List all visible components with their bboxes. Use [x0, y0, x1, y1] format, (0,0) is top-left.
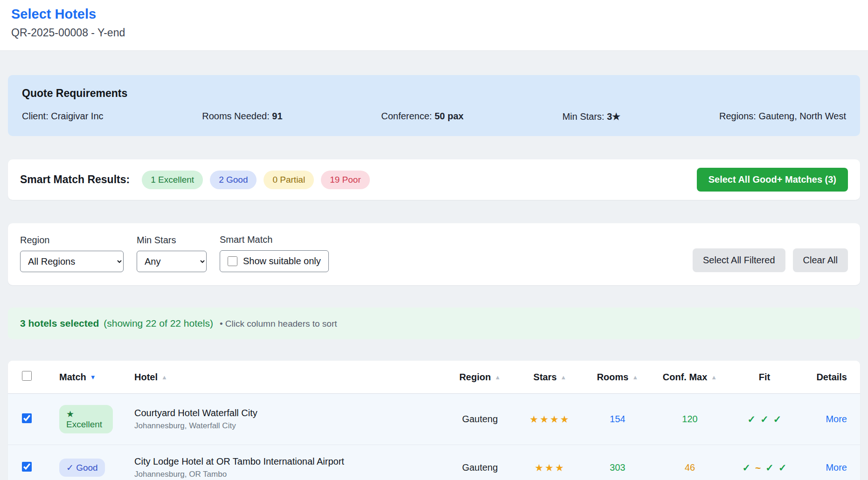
sort-descending-icon: ▼ [90, 374, 96, 381]
sort-ascending-icon: ▲ [161, 374, 167, 381]
column-header-region[interactable]: Region▲ [445, 361, 515, 394]
column-header-rooms[interactable]: Rooms▲ [585, 361, 650, 394]
select-all-good-matches-button[interactable]: Select All Good+ Matches (3) [697, 168, 848, 192]
select-all-filtered-button[interactable]: Select All Filtered [693, 248, 785, 272]
stars-cell: ★★★★ [515, 394, 585, 445]
hotel-name: City Lodge Hotel at OR Tambo Internation… [134, 456, 440, 467]
hotel-cell: City Lodge Hotel at OR Tambo Internation… [118, 445, 445, 480]
select-all-checkbox[interactable] [22, 371, 32, 381]
show-suitable-only-control[interactable]: Show suitable only [220, 250, 329, 272]
column-header-label: Region [459, 372, 491, 382]
row-select-cell [8, 394, 45, 445]
partial-count-badge: 0 Partial [264, 171, 314, 189]
quote-field-value: 3★ [607, 111, 620, 122]
region-cell: Gauteng [445, 394, 515, 445]
hotel-cell: Courtyard Hotel Waterfall City Johannesb… [118, 394, 445, 445]
details-cell: More [799, 394, 860, 445]
column-header-label: Hotel [134, 372, 158, 382]
column-header-label: Fit [759, 372, 770, 382]
hotel-name: Courtyard Hotel Waterfall City [134, 408, 440, 418]
sort-ascending-icon: ▲ [711, 374, 717, 381]
quote-field-min-stars: Min Stars: 3★ [562, 111, 621, 122]
fit-check-icon: ✓ [773, 414, 782, 425]
quote-requirements-panel: Quote Requirements Client: Craigivar Inc… [8, 75, 860, 136]
column-header-match[interactable]: Match▼ [45, 361, 118, 394]
hotel-row: ★ Excellent Courtyard Hotel Waterfall Ci… [8, 394, 860, 445]
hotels-table-panel: Match▼ Hotel▲ Region▲ Stars▲ Rooms▲ [8, 361, 860, 480]
more-details-link[interactable]: More [826, 462, 847, 473]
column-header-details: Details [799, 361, 860, 394]
fit-check-icon: ✓ [748, 414, 756, 425]
quote-field-value: 91 [272, 111, 282, 121]
region-filter-label: Region [20, 235, 124, 246]
column-header-label: Conf. Max [663, 372, 708, 382]
fit-check-icon: ✓ [765, 462, 774, 473]
quote-field-regions: Regions: Gauteng, North West [719, 111, 846, 122]
conf-max-cell: 120 [650, 394, 729, 445]
details-cell: More [799, 445, 860, 480]
hotel-location: Johannesburg, Waterfall City [134, 421, 440, 431]
filters-panel: Region All Regions Min Stars Any Smart M… [8, 223, 860, 285]
quote-field-value: Gauteng, North West [758, 111, 846, 121]
fit-partial-icon: ~ [755, 462, 761, 473]
min-stars-select[interactable]: Any [137, 251, 207, 272]
show-suitable-only-checkbox[interactable] [228, 256, 237, 266]
showing-count-text: (showing 22 of 22 hotels) [104, 318, 213, 329]
selection-banner: 3 hotels selected (showing 22 of 22 hote… [8, 308, 860, 339]
column-header-stars[interactable]: Stars▲ [515, 361, 585, 394]
quote-requirements-title: Quote Requirements [22, 87, 846, 100]
quote-reference: QR-2025-00008 - Y-end [11, 27, 857, 39]
match-badge-excellent: ★ Excellent [59, 405, 113, 433]
fit-check-icon: ✓ [778, 462, 787, 473]
quote-field-label: Min Stars: [562, 111, 604, 122]
column-header-fit[interactable]: Fit [729, 361, 799, 394]
page-header: Select Hotels QR-2025-00008 - Y-end [0, 0, 868, 51]
min-stars-filter-group: Min Stars Any [137, 235, 207, 272]
match-cell: ✓ Good [45, 445, 118, 480]
quote-field-client: Client: Craigivar Inc [22, 111, 104, 122]
quote-field-value: 50 pax [435, 111, 464, 121]
quote-field-label: Client: [22, 111, 49, 121]
row-select-checkbox[interactable] [22, 462, 32, 472]
selected-count-text: 3 hotels selected [20, 318, 99, 329]
column-header-conf-max[interactable]: Conf. Max▲ [650, 361, 729, 394]
quote-field-value: Craigivar Inc [51, 111, 103, 121]
column-header-label: Match [59, 372, 86, 382]
sort-ascending-icon: ▲ [632, 374, 638, 381]
quote-field-label: Rooms Needed: [202, 111, 270, 121]
column-header-label: Rooms [597, 372, 629, 382]
column-header-hotel[interactable]: Hotel▲ [118, 361, 445, 394]
more-details-link[interactable]: More [826, 414, 847, 424]
clear-all-button[interactable]: Clear All [793, 248, 848, 272]
conf-max-cell: 46 [650, 445, 729, 480]
rooms-cell: 154 [585, 394, 650, 445]
quote-fields: Client: Craigivar Inc Rooms Needed: 91 C… [22, 111, 846, 122]
fit-cell: ✓✓✓ [729, 394, 799, 445]
fit-cell: ✓~✓✓ [729, 445, 799, 480]
show-suitable-only-label: Show suitable only [243, 256, 321, 267]
fit-check-icon: ✓ [760, 414, 769, 425]
main-content: Quote Requirements Client: Craigivar Inc… [0, 51, 868, 480]
row-select-checkbox[interactable] [22, 413, 32, 423]
fit-check-icon: ✓ [742, 462, 750, 473]
hotels-table: Match▼ Hotel▲ Region▲ Stars▲ Rooms▲ [8, 361, 860, 480]
rooms-cell: 303 [585, 445, 650, 480]
region-select[interactable]: All Regions [20, 251, 124, 272]
excellent-count-badge: 1 Excellent [142, 171, 203, 189]
match-badge-good: ✓ Good [59, 459, 105, 477]
sort-ascending-icon: ▲ [561, 374, 567, 381]
min-stars-filter-label: Min Stars [137, 235, 207, 246]
region-filter-group: Region All Regions [20, 235, 124, 272]
quote-field-conference: Conference: 50 pax [381, 111, 464, 122]
page-title: Select Hotels [11, 7, 857, 22]
region-cell: Gauteng [445, 445, 515, 480]
sort-ascending-icon: ▲ [494, 374, 500, 381]
hotel-location: Johannesburg, OR Tambo [134, 470, 440, 479]
sort-hint-text: • Click column headers to sort [220, 319, 337, 329]
match-cell: ★ Excellent [45, 394, 118, 445]
hotel-row: ✓ Good City Lodge Hotel at OR Tambo Inte… [8, 445, 860, 480]
smart-match-filter-label: Smart Match [220, 234, 329, 245]
select-all-header-cell [8, 361, 45, 394]
smart-match-results-panel: Smart Match Results: 1 Excellent 2 Good … [8, 159, 860, 200]
smart-match-filter-group: Smart Match Show suitable only [220, 234, 329, 272]
